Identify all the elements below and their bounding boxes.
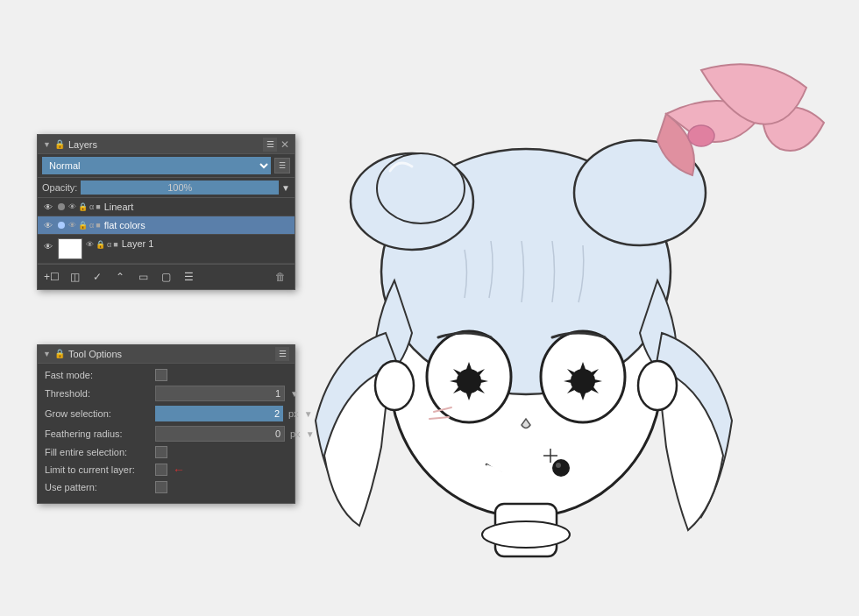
layers-panel-title: Layers [68, 139, 259, 150]
opacity-arrow: ▼ [281, 183, 290, 193]
feather-arrow: ▼ [306, 429, 315, 439]
fastmode-checkbox[interactable] [155, 369, 167, 381]
feather-label: Feathering radius: [45, 428, 150, 439]
layer-chain-lineart [58, 203, 65, 210]
layer-chain-flatcolors [58, 222, 65, 229]
layer-icon4-flatcolors: ■ [96, 221, 100, 230]
option-row-fastmode: Fast mode: [45, 369, 288, 381]
layer-icons-layer1: 👁 🔒 α ■ [86, 240, 118, 249]
option-row-limit: Limit to current layer: ← [45, 463, 288, 477]
blend-mode-select[interactable]: Normal [42, 157, 271, 174]
layer-icons-lineart: 👁 🔒 α ■ [68, 202, 101, 211]
svg-point-13 [457, 369, 481, 393]
add-layer-button[interactable]: +☐ [42, 268, 61, 286]
opacity-bar[interactable] [81, 181, 279, 195]
layer-icon2-flatcolors: 🔒 [78, 221, 88, 230]
layer-visibility-layer1[interactable]: 👁 [42, 240, 54, 252]
layers-list: 👁 👁 🔒 α ■ Lineart 👁 👁 � [38, 198, 295, 264]
option-row-threshold: Threshold: ▼ [45, 386, 288, 401]
anchor-layer-button[interactable]: ▢ [156, 268, 175, 286]
layers-close-button[interactable]: ✕ [280, 139, 289, 150]
layers-panel-titlebar: ▼ 🔒 Layers ☰ ✕ [38, 135, 295, 154]
option-row-grow: Grow selection: px ▼ [45, 406, 288, 421]
pattern-checkbox[interactable] [155, 481, 167, 493]
option-row-feather: Feathering radius: px ▼ [45, 426, 288, 442]
layer-icon1-lineart: 👁 [68, 202, 76, 211]
layer-item-flatcolors[interactable]: 👁 👁 🔒 α ■ flat colors [38, 216, 295, 235]
duplicate-layer-button[interactable]: ▭ [133, 268, 153, 286]
layer-item-layer1[interactable]: 👁 👁 🔒 α ■ Layer 1 [38, 235, 295, 264]
layer-item-lineart[interactable]: 👁 👁 🔒 α ■ Lineart [38, 198, 295, 216]
artwork [0, 0, 859, 616]
svg-point-21 [552, 459, 570, 477]
layer-icon2-layer1: 🔒 [96, 240, 105, 249]
threshold-input[interactable] [155, 386, 285, 401]
fill-checkbox[interactable] [155, 446, 167, 458]
opacity-row: Opacity: 100% ▼ [38, 178, 295, 198]
group-layer-button[interactable]: ◫ [65, 268, 84, 286]
layers-menu-button[interactable]: ☰ [263, 138, 277, 152]
limit-checkbox[interactable] [155, 464, 167, 476]
grow-label: Grow selection: [45, 408, 150, 419]
pattern-label: Use pattern: [45, 482, 150, 492]
grow-unit: px [288, 408, 299, 419]
tool-options-title: Tool Options [68, 349, 272, 359]
layers-lock-icon: 🔒 [54, 139, 65, 149]
layer-icon3-lineart: α [89, 202, 94, 211]
blend-mode-row: Normal ☰ [38, 154, 295, 178]
layer-icon3-flatcolors: α [89, 221, 94, 230]
layers-panel: ▼ 🔒 Layers ☰ ✕ Normal ☰ Opacity: 100% ▼ [37, 134, 295, 290]
svg-point-6 [377, 153, 465, 223]
layer-visibility-lineart[interactable]: 👁 [42, 201, 54, 213]
layer-icon3-layer1: α [107, 240, 111, 249]
svg-point-16 [571, 369, 595, 393]
eye-icon-lineart: 👁 [44, 202, 53, 212]
svg-point-22 [556, 463, 561, 468]
opacity-label: Opacity: [42, 182, 77, 193]
move-down-button[interactable]: ✓ [88, 268, 107, 286]
option-row-fill: Fill entire selection: [45, 446, 288, 458]
eye-icon-flatcolors: 👁 [44, 221, 53, 230]
layer-name-layer1: Layer 1 [122, 238, 290, 249]
svg-point-3 [482, 521, 570, 548]
feather-unit: px [290, 428, 301, 439]
layer-icons-flatcolors: 👁 🔒 α ■ [68, 221, 101, 230]
feather-input[interactable] [155, 426, 285, 442]
option-row-pattern: Use pattern: [45, 481, 288, 493]
svg-point-8 [688, 125, 714, 146]
layer-name-lineart: Lineart [104, 202, 290, 212]
layer-icon4-layer1: ■ [113, 240, 117, 249]
eye-icon-layer1: 👁 [44, 242, 53, 251]
blend-menu-btn[interactable]: ☰ [274, 158, 290, 173]
threshold-arrow: ▼ [290, 389, 299, 399]
limit-label: Limit to current layer: [45, 464, 150, 475]
fill-label: Fill entire selection: [45, 447, 150, 457]
grow-input[interactable] [155, 406, 283, 421]
layer-icon1-layer1: 👁 [86, 240, 94, 249]
tool-options-titlebar: ▼ 🔒 Tool Options ☰ [38, 344, 295, 364]
svg-point-10 [638, 361, 677, 410]
red-arrow-indicator: ← [173, 463, 185, 477]
move-up-button[interactable]: ⌃ [110, 268, 130, 286]
fastmode-label: Fast mode: [45, 370, 150, 380]
layer-visibility-flatcolors[interactable]: 👁 [42, 219, 54, 231]
tool-options-lock-icon: 🔒 [54, 349, 65, 358]
layer-icon2-lineart: 🔒 [78, 202, 88, 211]
svg-point-9 [375, 361, 414, 410]
tool-options-panel: ▼ 🔒 Tool Options ☰ Fast mode: Threshold:… [37, 344, 295, 504]
layers-collapse-triangle[interactable]: ▼ [43, 140, 51, 149]
layer-toolbar: +☐ ◫ ✓ ⌃ ▭ ▢ ☰ 🗑 [38, 264, 295, 289]
tool-options-menu-button[interactable]: ☰ [275, 347, 289, 361]
layer-thumb-layer1 [58, 238, 82, 259]
grow-arrow: ▼ [304, 409, 313, 419]
canvas: ▼ 🔒 Layers ☰ ✕ Normal ☰ Opacity: 100% ▼ [0, 0, 859, 616]
threshold-label: Threshold: [45, 388, 150, 399]
tool-options-body: Fast mode: Threshold: ▼ Grow selection: … [38, 364, 295, 503]
delete-layer-button[interactable]: 🗑 [271, 268, 290, 286]
layer-icon1-flatcolors: 👁 [68, 221, 76, 230]
layer-icon4-lineart: ■ [96, 202, 100, 211]
tool-options-collapse[interactable]: ▼ [43, 350, 51, 358]
opacity-container: 100% [81, 181, 279, 195]
layer-name-flatcolors: flat colors [104, 220, 290, 230]
merge-layer-button[interactable]: ☰ [179, 268, 198, 286]
